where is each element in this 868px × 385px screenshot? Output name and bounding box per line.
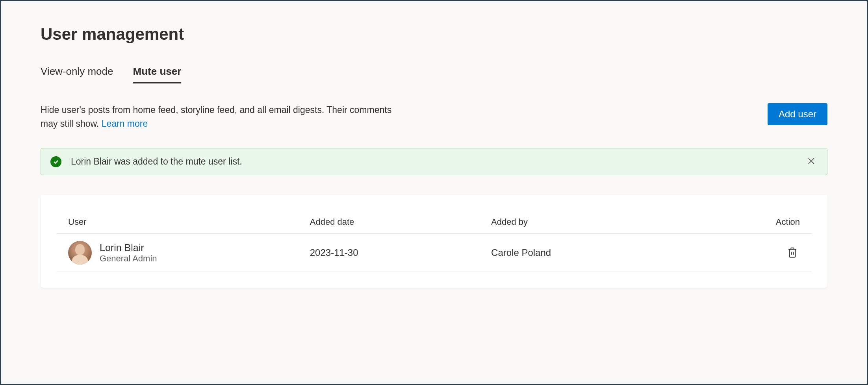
close-notification-button[interactable]	[805, 155, 818, 168]
added-date-cell: 2023-11-30	[298, 234, 479, 272]
users-table: User Added date Added by Action Lorin Bl…	[56, 211, 812, 272]
added-by-cell: Carole Poland	[479, 234, 736, 272]
tabs: View-only mode Mute user	[41, 65, 827, 83]
column-header-added-date: Added date	[298, 211, 479, 234]
notification-message: Lorin Blair was added to the mute user l…	[71, 156, 805, 167]
check-icon	[50, 156, 61, 167]
close-icon	[807, 161, 816, 167]
column-header-added-by: Added by	[479, 211, 736, 234]
page-title: User management	[41, 25, 827, 44]
column-header-user: User	[56, 211, 298, 234]
add-user-button[interactable]: Add user	[768, 103, 827, 125]
learn-more-link[interactable]: Learn more	[102, 118, 148, 129]
user-name: Lorin Blair	[100, 242, 157, 254]
description-body: Hide user's posts from home feed, storyl…	[41, 105, 391, 129]
avatar	[68, 241, 92, 265]
delete-user-button[interactable]	[785, 245, 800, 261]
success-notification: Lorin Blair was added to the mute user l…	[41, 148, 827, 175]
users-table-card: User Added date Added by Action Lorin Bl…	[41, 195, 827, 288]
tab-mute-user[interactable]: Mute user	[133, 65, 182, 83]
table-row: Lorin Blair General Admin 2023-11-30 Car…	[56, 234, 812, 272]
description-text: Hide user's posts from home feed, storyl…	[41, 103, 395, 130]
tab-view-only-mode[interactable]: View-only mode	[41, 65, 113, 83]
user-cell: Lorin Blair General Admin	[68, 241, 286, 265]
user-role: General Admin	[100, 254, 157, 264]
column-header-action: Action	[736, 211, 812, 234]
trash-icon	[786, 254, 798, 259]
